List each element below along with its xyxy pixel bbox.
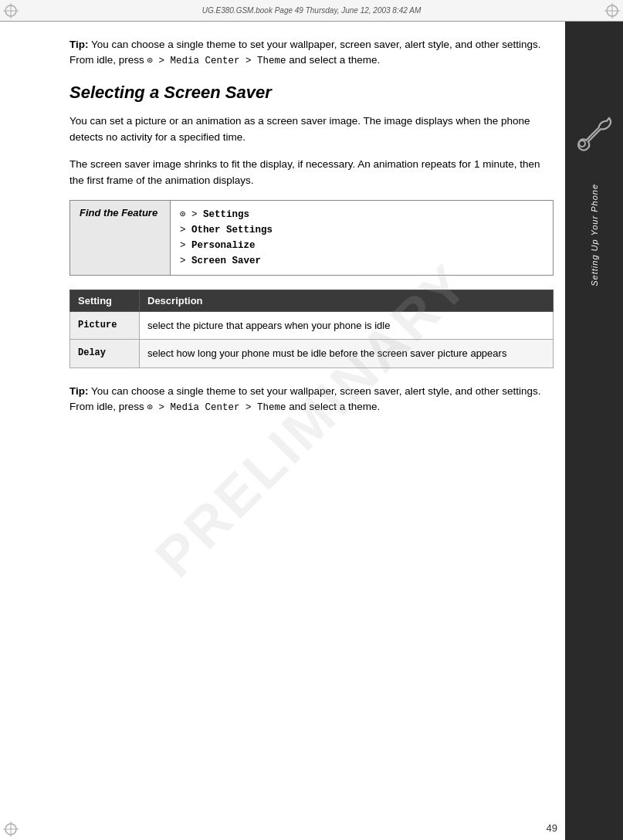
settings-table-header-row: Setting Description <box>70 290 554 311</box>
tip2-bold: Tip: <box>69 385 89 397</box>
tip-block-1: Tip: You can choose a single theme to se… <box>69 37 554 69</box>
right-sidebar: Setting Up Your Phone <box>565 22 623 840</box>
page-number: 49 <box>547 822 557 834</box>
settings-col-description: Description <box>140 290 554 311</box>
find-feature-line-3: > Screen Saver <box>180 253 273 269</box>
sidebar-text: Setting Up Your Phone <box>590 184 599 286</box>
find-feature-box: Find the Feature ⊙ > Settings > Other Se… <box>69 200 554 276</box>
settings-table-row: Pictureselect the picture that appears w… <box>70 311 554 340</box>
section-heading: Selecting a Screen Saver <box>69 83 554 103</box>
header-text: UG.E380.GSM.book Page 49 Thursday, June … <box>202 6 422 15</box>
settings-col-setting: Setting <box>70 290 140 311</box>
find-feature-line-1: > Other Settings <box>180 222 273 238</box>
settings-cell-setting-0: Picture <box>70 311 140 340</box>
corner-mark-bl <box>3 821 19 837</box>
find-feature-line-0: ⊙ > Settings <box>180 207 273 222</box>
header-bar: UG.E380.GSM.book Page 49 Thursday, June … <box>0 0 623 22</box>
tip-block-2: Tip: You can choose a single theme to se… <box>69 384 554 415</box>
settings-cell-desc-1: select how long your phone must be idle … <box>140 340 554 368</box>
tip1-menu-path: > Media Center > Theme <box>153 56 286 66</box>
find-feature-content: ⊙ > Settings > Other Settings > Personal… <box>171 201 282 275</box>
tools-icon <box>573 114 615 157</box>
settings-cell-setting-1: Delay <box>70 340 140 368</box>
tip2-suffix: and select a theme. <box>286 401 381 412</box>
settings-table-row: Delayselect how long your phone must be … <box>70 340 554 368</box>
settings-cell-desc-0: select the picture that appears when you… <box>140 311 554 340</box>
page-container: PRELIMINARY UG.E380.GSM.book Page 49 Thu… <box>0 0 623 840</box>
tip1-menu-icon: ⊙ <box>147 56 154 66</box>
settings-table: Setting Description Pictureselect the pi… <box>69 290 554 368</box>
tip2-menu-path: > Media Center > Theme <box>153 402 286 413</box>
tip2-menu-icon: ⊙ <box>147 402 154 413</box>
content-area: Tip: You can choose a single theme to se… <box>62 22 561 809</box>
find-feature-line-2: > Personalize <box>180 238 273 253</box>
corner-mark-tr <box>604 3 620 19</box>
tip1-bold: Tip: <box>69 39 89 50</box>
body-para-2: The screen saver image shrinks to fit th… <box>69 157 554 189</box>
svg-point-12 <box>579 141 585 147</box>
corner-mark-tl <box>3 3 19 19</box>
body-para-1: You can set a picture or an animation as… <box>69 113 554 146</box>
tip1-suffix: and select a theme. <box>286 54 381 66</box>
find-feature-label: Find the Feature <box>70 201 171 275</box>
